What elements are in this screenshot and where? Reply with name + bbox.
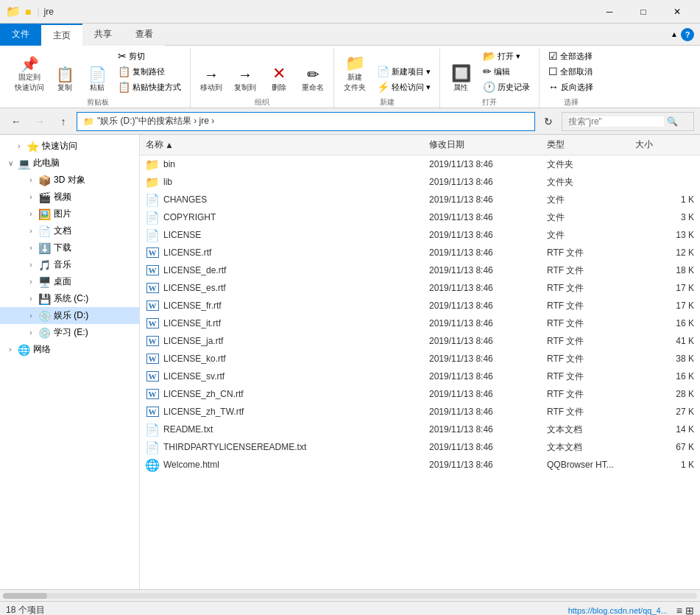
delete-button[interactable]: ✕ 删除 — [264, 64, 294, 94]
sidebar-item-system-c[interactable]: › 💾 系统 (C:) — [0, 290, 139, 307]
table-row[interactable]: W LICENSE_es.rtf 2019/11/13 8:46 RTF 文件 … — [140, 279, 700, 297]
search-input[interactable] — [568, 116, 664, 127]
edit-button[interactable]: ✏编辑 — [480, 64, 533, 79]
file-name: bin — [163, 159, 429, 169]
sidebar-item-video[interactable]: › 🎬 视频 — [0, 189, 139, 205]
invert-selection-button[interactable]: ↔反向选择 — [545, 80, 596, 94]
expand-icon: › — [26, 210, 35, 218]
tab-home[interactable]: 主页 — [41, 24, 82, 46]
table-row[interactable]: W LICENSE_zh_CN.rtf 2019/11/13 8:46 RTF … — [140, 385, 700, 403]
sidebar-item-pictures[interactable]: › 🖼️ 图片 — [0, 205, 139, 222]
file-size: 17 K — [635, 283, 694, 293]
file-size: 38 K — [635, 354, 694, 364]
col-header-name[interactable]: 名称 ▲ — [146, 138, 429, 151]
new-item-button[interactable]: 📄新建项目 ▾ — [374, 64, 434, 79]
file-type: RTF 文件 — [547, 247, 635, 259]
cut-button[interactable]: ✂剪切 — [115, 49, 184, 63]
easy-access-button[interactable]: ⚡轻松访问 ▾ — [374, 80, 434, 94]
col-header-date[interactable]: 修改日期 — [429, 138, 547, 151]
expand-icon: › — [26, 227, 35, 235]
search-icon: 🔍 — [667, 116, 678, 127]
table-row[interactable]: W LICENSE.rtf 2019/11/13 8:46 RTF 文件 12 … — [140, 244, 700, 261]
ribbon-up-arrow[interactable]: ▲ — [671, 30, 678, 38]
properties-button[interactable]: 🔲 属性 — [446, 64, 475, 94]
new-folder-button[interactable]: 📁 新建文件夹 — [340, 54, 370, 94]
organize-group: → 移动到 → 复制到 ✕ 删除 ✏ 重命名 组织 — [191, 49, 334, 108]
file-icon: 📄 — [146, 228, 159, 242]
close-button[interactable]: ✕ — [660, 0, 694, 24]
sidebar-item-music[interactable]: › 🎵 音乐 — [0, 256, 139, 273]
file-size: 27 K — [635, 407, 694, 417]
address-path[interactable]: 📁 "娱乐 (D:)"中的搜索结果 › jre › — [77, 112, 535, 131]
refresh-button[interactable]: ↻ — [538, 112, 559, 131]
sidebar-item-network[interactable]: › 🌐 网络 — [0, 341, 139, 358]
view-buttons: https://blog.csdn.net/qq_4... ≡ ⊞ — [568, 605, 694, 616]
table-row[interactable]: W LICENSE_ja.rtf 2019/11/13 8:46 RTF 文件 … — [140, 332, 700, 350]
sidebar-item-drive-e[interactable]: › 💿 学习 (E:) — [0, 324, 139, 341]
sidebar-item-quick-access[interactable]: › ⭐ 快速访问 — [0, 138, 139, 155]
window-controls: ─ □ ✕ — [593, 0, 694, 24]
table-row[interactable]: 📄 THIRDPARTYLICENSEREADME.txt 2019/11/13… — [140, 438, 700, 456]
copy-path-button[interactable]: 📋复制路径 — [115, 64, 184, 79]
file-name: LICENSE_zh_CN.rtf — [163, 389, 429, 399]
help-icon[interactable]: ? — [681, 28, 694, 41]
back-button[interactable]: ← — [6, 112, 26, 131]
tab-share[interactable]: 共享 — [82, 24, 124, 46]
sidebar-item-desktop[interactable]: › 🖥️ 桌面 — [0, 273, 139, 290]
table-row[interactable]: W LICENSE_de.rtf 2019/11/13 8:46 RTF 文件 … — [140, 261, 700, 279]
table-row[interactable]: 📄 README.txt 2019/11/13 8:46 文本文档 14 K — [140, 421, 700, 438]
file-type: 文本文档 — [547, 441, 635, 454]
paste-button[interactable]: 📄 粘贴 — [82, 66, 112, 94]
sidebar-item-3d[interactable]: › 📦 3D 对象 — [0, 172, 139, 189]
hscroll-thumb[interactable] — [3, 593, 47, 599]
paste-shortcut-button[interactable]: 📋粘贴快捷方式 — [115, 80, 184, 94]
table-row[interactable]: W LICENSE_ko.rtf 2019/11/13 8:46 RTF 文件 … — [140, 350, 700, 368]
table-row[interactable]: 📄 COPYRIGHT 2019/11/13 8:46 文件 3 K — [140, 208, 700, 226]
hscroll-track[interactable] — [3, 593, 697, 599]
file-icon: W — [146, 299, 159, 312]
minimize-button[interactable]: ─ — [593, 0, 626, 24]
history-button[interactable]: 🕐历史记录 — [480, 80, 533, 94]
sidebar-item-documents[interactable]: › 📄 文档 — [0, 222, 139, 239]
grid-view-button[interactable]: ⊞ — [685, 605, 694, 616]
maximize-button[interactable]: □ — [626, 0, 660, 24]
up-button[interactable]: ↑ — [53, 112, 74, 131]
table-row[interactable]: 📄 CHANGES 2019/11/13 8:46 文件 1 K — [140, 191, 700, 208]
table-row[interactable]: 📄 LICENSE 2019/11/13 8:46 文件 13 K — [140, 226, 700, 244]
table-row[interactable]: 🌐 Welcome.html 2019/11/13 8:46 QQBrowser… — [140, 456, 700, 474]
table-row[interactable]: W LICENSE_zh_TW.rtf 2019/11/13 8:46 RTF … — [140, 403, 700, 421]
search-box[interactable]: 🔍 — [562, 112, 694, 131]
file-icon: 🌐 — [146, 458, 159, 471]
file-date: 2019/11/13 8:46 — [429, 283, 547, 293]
tab-view[interactable]: 查看 — [124, 24, 165, 46]
drive-c-icon: 💾 — [38, 293, 51, 305]
copy-to-button[interactable]: → 复制到 — [230, 66, 260, 94]
table-row[interactable]: W LICENSE_fr.rtf 2019/11/13 8:46 RTF 文件 … — [140, 297, 700, 314]
move-to-button[interactable]: → 移动到 — [197, 66, 226, 94]
deselect-all-button[interactable]: ☐全部取消 — [545, 64, 596, 79]
col-header-type[interactable]: 类型 — [547, 138, 635, 151]
tab-file[interactable]: 文件 — [0, 24, 41, 46]
sidebar-item-downloads[interactable]: › ⬇️ 下载 — [0, 239, 139, 256]
rename-button[interactable]: ✏ 重命名 — [298, 66, 328, 94]
copy-button[interactable]: 📋 复制 — [50, 66, 79, 94]
table-row[interactable]: 📁 bin 2019/11/13 8:46 文件夹 — [140, 155, 700, 173]
table-row[interactable]: 📁 lib 2019/11/13 8:46 文件夹 — [140, 173, 700, 191]
table-row[interactable]: W LICENSE_sv.rtf 2019/11/13 8:46 RTF 文件 … — [140, 368, 700, 385]
file-name: LICENSE_ko.rtf — [163, 354, 429, 364]
list-view-button[interactable]: ≡ — [676, 605, 682, 616]
pictures-icon: 🖼️ — [38, 208, 51, 220]
pin-quick-access-button[interactable]: 📌 固定到快速访问 — [12, 55, 47, 94]
table-row[interactable]: W LICENSE_it.rtf 2019/11/13 8:46 RTF 文件 … — [140, 314, 700, 332]
select-all-button[interactable]: ☑全部选择 — [545, 49, 596, 63]
network-icon: 🌐 — [18, 344, 30, 356]
drive-e-icon: 💿 — [38, 327, 51, 339]
forward-button[interactable]: → — [29, 112, 50, 131]
file-size: 28 K — [635, 389, 694, 399]
file-icon: W — [146, 352, 159, 365]
sidebar-item-drive-d[interactable]: › 💿 娱乐 (D:) — [0, 307, 139, 324]
horizontal-scrollbar[interactable] — [0, 589, 700, 601]
col-header-size[interactable]: 大小 — [635, 138, 694, 151]
open-button[interactable]: 📂打开 ▾ — [480, 49, 533, 63]
sidebar-item-this-pc[interactable]: ∨ 💻 此电脑 — [0, 155, 139, 172]
